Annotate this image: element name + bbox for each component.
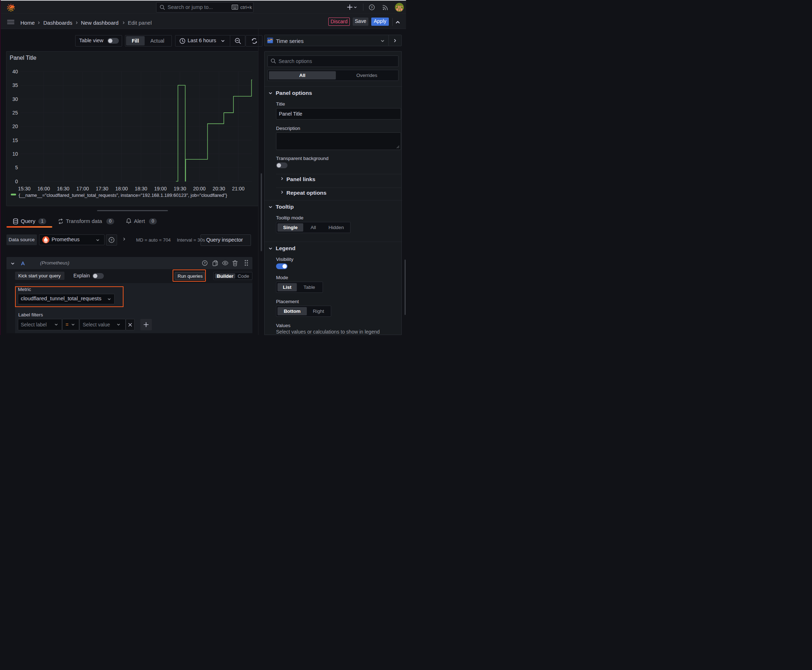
svg-text:?: ?	[111, 238, 113, 242]
svg-text:40: 40	[12, 69, 18, 74]
svg-text:18:00: 18:00	[115, 186, 128, 191]
svg-text:20:30: 20:30	[213, 186, 225, 191]
svg-text:25: 25	[12, 110, 18, 116]
svg-text:?: ?	[204, 261, 205, 265]
svg-text:5: 5	[15, 165, 18, 170]
svg-text:20: 20	[12, 124, 18, 129]
svg-text:30: 30	[12, 96, 18, 102]
svg-text:21:00: 21:00	[232, 186, 244, 191]
svg-text:16:00: 16:00	[37, 186, 50, 191]
svg-text:15: 15	[12, 137, 18, 143]
svg-text:?: ?	[371, 5, 373, 9]
svg-text:17:30: 17:30	[96, 186, 108, 191]
svg-text:20:00: 20:00	[193, 186, 205, 191]
svg-text:35: 35	[12, 82, 18, 88]
svg-text:18:30: 18:30	[135, 186, 147, 191]
svg-text:19:30: 19:30	[174, 186, 186, 191]
svg-text:10: 10	[12, 151, 18, 157]
svg-text:16:30: 16:30	[57, 186, 70, 191]
svg-text:19:00: 19:00	[154, 186, 167, 191]
svg-text:17:00: 17:00	[76, 186, 89, 191]
svg-text:0: 0	[15, 179, 18, 184]
svg-text:15:30: 15:30	[18, 186, 31, 191]
